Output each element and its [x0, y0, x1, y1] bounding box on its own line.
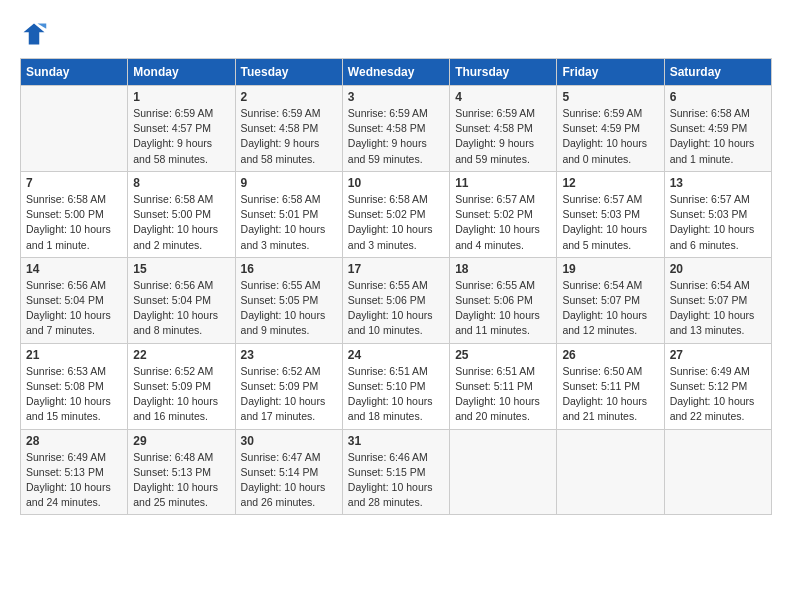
col-header-tuesday: Tuesday [235, 59, 342, 86]
cell-line: Sunrise: 6:52 AM [133, 365, 213, 377]
cell-content: Sunrise: 6:49 AMSunset: 5:13 PMDaylight:… [26, 450, 122, 511]
week-row-4: 21Sunrise: 6:53 AMSunset: 5:08 PMDayligh… [21, 343, 772, 429]
calendar-cell: 24Sunrise: 6:51 AMSunset: 5:10 PMDayligh… [342, 343, 449, 429]
day-number: 23 [241, 348, 337, 362]
cell-line: Daylight: 10 hours [133, 309, 218, 321]
cell-line: Daylight: 10 hours [241, 481, 326, 493]
cell-line: Daylight: 10 hours [241, 223, 326, 235]
cell-line: Sunrise: 6:58 AM [26, 193, 106, 205]
cell-line: Sunrise: 6:47 AM [241, 451, 321, 463]
cell-line: Sunrise: 6:49 AM [26, 451, 106, 463]
cell-line: Daylight: 10 hours [348, 395, 433, 407]
cell-line: Daylight: 10 hours [670, 137, 755, 149]
cell-line: and 10 minutes. [348, 324, 423, 336]
cell-line: Sunrise: 6:56 AM [133, 279, 213, 291]
calendar-cell [664, 429, 771, 515]
day-number: 31 [348, 434, 444, 448]
calendar-cell: 19Sunrise: 6:54 AMSunset: 5:07 PMDayligh… [557, 257, 664, 343]
cell-line: Daylight: 10 hours [26, 395, 111, 407]
cell-line: and 11 minutes. [455, 324, 530, 336]
day-number: 15 [133, 262, 229, 276]
cell-line: Sunset: 4:59 PM [562, 122, 640, 134]
cell-content: Sunrise: 6:54 AMSunset: 5:07 PMDaylight:… [670, 278, 766, 339]
cell-line: Daylight: 9 hours [133, 137, 212, 149]
cell-line: and 28 minutes. [348, 496, 423, 508]
day-number: 5 [562, 90, 658, 104]
day-number: 6 [670, 90, 766, 104]
cell-line: Sunset: 5:09 PM [133, 380, 211, 392]
week-row-5: 28Sunrise: 6:49 AMSunset: 5:13 PMDayligh… [21, 429, 772, 515]
cell-line: and 9 minutes. [241, 324, 310, 336]
calendar-cell [450, 429, 557, 515]
cell-line: Daylight: 10 hours [133, 481, 218, 493]
cell-line: Sunset: 5:05 PM [241, 294, 319, 306]
calendar-table: SundayMondayTuesdayWednesdayThursdayFrid… [20, 58, 772, 515]
cell-line: Daylight: 10 hours [562, 309, 647, 321]
day-number: 2 [241, 90, 337, 104]
cell-line: Sunrise: 6:54 AM [562, 279, 642, 291]
cell-line: Sunrise: 6:49 AM [670, 365, 750, 377]
cell-line: Daylight: 10 hours [562, 223, 647, 235]
cell-line: Sunset: 5:13 PM [133, 466, 211, 478]
header [20, 20, 772, 48]
day-number: 13 [670, 176, 766, 190]
cell-line: and 20 minutes. [455, 410, 530, 422]
calendar-cell: 13Sunrise: 6:57 AMSunset: 5:03 PMDayligh… [664, 171, 771, 257]
cell-line: Sunset: 5:07 PM [670, 294, 748, 306]
cell-line: and 21 minutes. [562, 410, 637, 422]
cell-content: Sunrise: 6:58 AMSunset: 5:00 PMDaylight:… [26, 192, 122, 253]
cell-line: Sunset: 5:12 PM [670, 380, 748, 392]
cell-line: and 8 minutes. [133, 324, 202, 336]
cell-line: and 59 minutes. [455, 153, 530, 165]
cell-line: Sunset: 4:58 PM [241, 122, 319, 134]
cell-content: Sunrise: 6:50 AMSunset: 5:11 PMDaylight:… [562, 364, 658, 425]
cell-line: Sunset: 5:06 PM [348, 294, 426, 306]
day-number: 30 [241, 434, 337, 448]
calendar-cell: 4Sunrise: 6:59 AMSunset: 4:58 PMDaylight… [450, 86, 557, 172]
col-header-saturday: Saturday [664, 59, 771, 86]
cell-line: Sunset: 5:15 PM [348, 466, 426, 478]
cell-content: Sunrise: 6:51 AMSunset: 5:10 PMDaylight:… [348, 364, 444, 425]
calendar-cell: 20Sunrise: 6:54 AMSunset: 5:07 PMDayligh… [664, 257, 771, 343]
cell-content: Sunrise: 6:58 AMSunset: 4:59 PMDaylight:… [670, 106, 766, 167]
calendar-cell: 15Sunrise: 6:56 AMSunset: 5:04 PMDayligh… [128, 257, 235, 343]
cell-line: Sunrise: 6:48 AM [133, 451, 213, 463]
cell-line: and 5 minutes. [562, 239, 631, 251]
day-number: 8 [133, 176, 229, 190]
header-row: SundayMondayTuesdayWednesdayThursdayFrid… [21, 59, 772, 86]
cell-line: Sunrise: 6:58 AM [241, 193, 321, 205]
cell-line: and 24 minutes. [26, 496, 101, 508]
day-number: 26 [562, 348, 658, 362]
day-number: 22 [133, 348, 229, 362]
cell-line: Daylight: 9 hours [455, 137, 534, 149]
day-number: 20 [670, 262, 766, 276]
cell-line: Sunset: 5:00 PM [133, 208, 211, 220]
calendar-cell: 27Sunrise: 6:49 AMSunset: 5:12 PMDayligh… [664, 343, 771, 429]
col-header-sunday: Sunday [21, 59, 128, 86]
calendar-cell: 23Sunrise: 6:52 AMSunset: 5:09 PMDayligh… [235, 343, 342, 429]
logo-icon [20, 20, 48, 48]
cell-content: Sunrise: 6:48 AMSunset: 5:13 PMDaylight:… [133, 450, 229, 511]
cell-line: Daylight: 10 hours [455, 309, 540, 321]
col-header-friday: Friday [557, 59, 664, 86]
cell-line: Daylight: 10 hours [455, 223, 540, 235]
day-number: 3 [348, 90, 444, 104]
day-number: 14 [26, 262, 122, 276]
cell-content: Sunrise: 6:52 AMSunset: 5:09 PMDaylight:… [133, 364, 229, 425]
cell-line: Sunrise: 6:58 AM [670, 107, 750, 119]
calendar-cell [21, 86, 128, 172]
cell-line: and 58 minutes. [241, 153, 316, 165]
cell-line: Sunrise: 6:46 AM [348, 451, 428, 463]
cell-line: Sunset: 5:10 PM [348, 380, 426, 392]
cell-line: Daylight: 10 hours [670, 309, 755, 321]
day-number: 11 [455, 176, 551, 190]
day-number: 9 [241, 176, 337, 190]
day-number: 25 [455, 348, 551, 362]
cell-content: Sunrise: 6:56 AMSunset: 5:04 PMDaylight:… [133, 278, 229, 339]
day-number: 28 [26, 434, 122, 448]
cell-line: Daylight: 10 hours [241, 395, 326, 407]
cell-line: Sunrise: 6:55 AM [348, 279, 428, 291]
calendar-cell: 10Sunrise: 6:58 AMSunset: 5:02 PMDayligh… [342, 171, 449, 257]
cell-line: Sunset: 4:59 PM [670, 122, 748, 134]
cell-line: Sunset: 5:03 PM [670, 208, 748, 220]
